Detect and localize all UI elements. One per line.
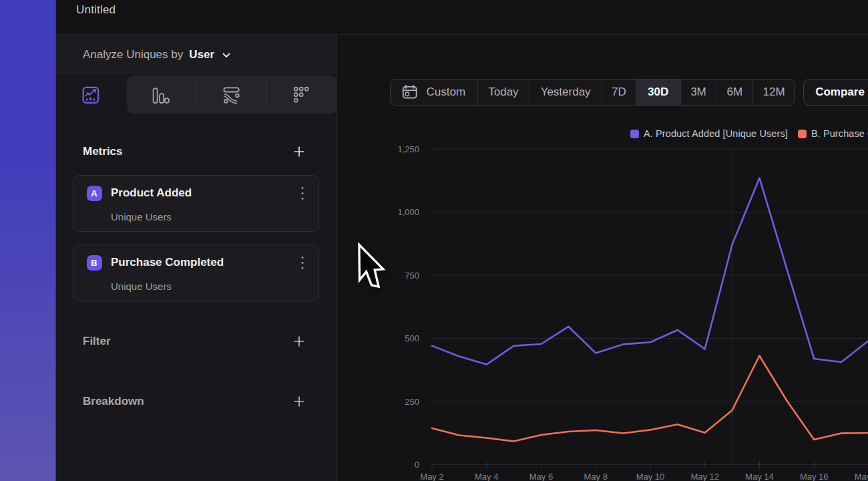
svg-text:1,000: 1,000 [397,207,419,217]
svg-text:500: 500 [405,333,419,343]
svg-text:May 8: May 8 [584,472,607,481]
svg-text:May 6: May 6 [529,472,553,481]
svg-text:May 10: May 10 [636,472,665,481]
svg-text:May 18: May 18 [855,472,868,481]
svg-text:1,250: 1,250 [397,144,419,154]
svg-text:May 4: May 4 [475,472,498,481]
svg-text:May 12: May 12 [690,472,719,481]
svg-text:750: 750 [405,271,419,281]
svg-text:0: 0 [415,460,419,470]
svg-text:May 2: May 2 [420,472,443,481]
svg-text:May 16: May 16 [800,472,829,481]
svg-text:May 14: May 14 [745,472,774,481]
svg-text:250: 250 [405,397,419,407]
